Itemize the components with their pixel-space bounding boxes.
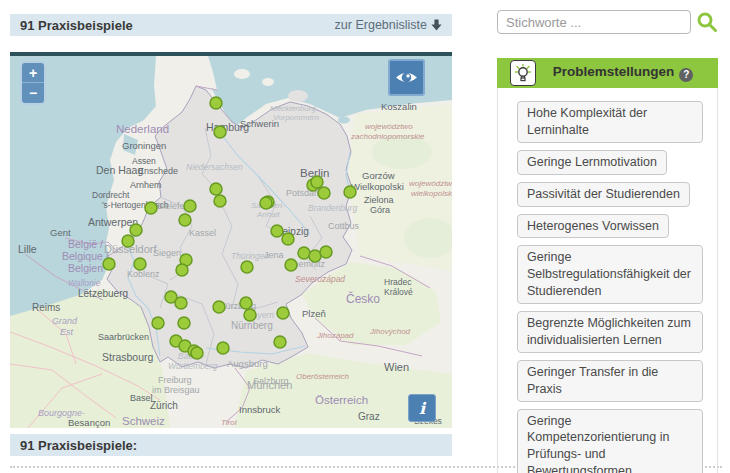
help-badge[interactable]: ? [679,68,693,82]
map-zoom-control: + − [20,61,46,105]
results-footer-title: 91 Praxisbeispiele: [20,438,137,453]
map-marker[interactable] [175,297,187,309]
map-marker[interactable] [311,176,323,188]
map-island [234,69,250,79]
map-marker[interactable] [179,214,191,226]
map-marker[interactable] [103,258,115,270]
map-svg[interactable]: GroningenAssenNederlandDen HaagEnschedeA… [10,56,452,428]
search-input[interactable] [497,10,691,34]
map-marker[interactable] [217,342,229,354]
zoom-out-button[interactable]: − [22,83,44,103]
filter-sidebar: Problemstellungen? Hohe Komplexität der … [497,10,718,473]
map-marker[interactable] [145,202,157,214]
map-marker[interactable] [244,309,256,321]
map-marker[interactable] [176,264,188,276]
map-panel: 91 Praxisbeispiele zur Ergebnisliste [10,14,452,456]
results-header: 91 Praxisbeispiele zur Ergebnisliste [10,14,452,36]
results-list-link[interactable]: zur Ergebnisliste [335,18,442,32]
filter-button[interactable]: Heterogenes Vorwissen [517,214,669,239]
map-marker[interactable] [277,307,289,319]
map-marker[interactable] [344,186,356,198]
map-marker[interactable] [274,336,286,348]
map-container: GroningenAssenNederlandDen HaagEnschedeA… [10,52,452,428]
map-marker[interactable] [298,247,310,259]
map-marker[interactable] [320,246,332,258]
map-marker[interactable] [184,200,196,212]
map-marker[interactable] [214,126,226,138]
map-marker[interactable] [122,235,134,247]
filter-button[interactable]: Begrenzte Möglichkeiten zum individualis… [517,311,703,353]
lightbulb-icon [510,60,536,86]
filter-button[interactable]: Geringer Transfer in die Praxis [517,360,703,402]
map-marker[interactable] [134,258,146,270]
filter-list: Hohe Komplexität der LerninhalteGeringe … [497,88,718,473]
map-marker[interactable] [271,225,283,237]
map-island-ruegen [288,90,308,102]
map-marker[interactable] [213,301,225,313]
search-bar [497,10,718,34]
toggle-visibility-button[interactable] [388,59,425,96]
map-marker[interactable] [241,261,253,273]
map-marker[interactable] [130,224,142,236]
eye-icon [393,64,420,91]
filter-button[interactable]: Geringe Lernmotivation [517,150,667,175]
map-marker[interactable] [152,317,164,329]
zoom-in-button[interactable]: + [22,63,44,83]
results-list-link-label: zur Ergebnisliste [335,18,427,32]
map-island [262,78,274,86]
map-lagoon [338,117,350,124]
section-label: Problemstellungen? [536,64,710,82]
arrow-down-icon [431,19,442,31]
search-button[interactable] [696,10,718,34]
filter-button[interactable]: Passivität der Studierenden [517,182,690,207]
section-problemstellungen[interactable]: Problemstellungen? [497,58,718,88]
map-marker[interactable] [210,97,222,109]
map-info-button[interactable]: i [408,394,436,422]
map-marker[interactable] [282,233,294,245]
map-marker[interactable] [260,197,272,209]
filter-button[interactable]: Geringe Kompetenzorientierung in Prüfung… [517,409,703,473]
map-marker[interactable] [210,183,222,195]
map-marker[interactable] [240,297,252,309]
map-marker[interactable] [178,317,190,329]
filter-button[interactable]: Hohe Komplexität der Lerninhalte [517,101,703,143]
map-marker[interactable] [285,259,297,271]
info-icon: i [419,399,425,418]
map-marker[interactable] [318,187,330,199]
search-icon [696,11,718,33]
results-count-title: 91 Praxisbeispiele [20,18,133,33]
map-marker[interactable] [191,347,203,359]
filter-button[interactable]: Geringe Selbstregulationsfähigkeit der S… [517,245,703,304]
results-footer: 91 Praxisbeispiele: [10,434,452,456]
map-marker[interactable] [214,195,226,207]
map-green-patch [372,135,432,169]
map-marker[interactable] [309,250,321,262]
section-problemstellungen-label: Problemstellungen [553,64,675,79]
